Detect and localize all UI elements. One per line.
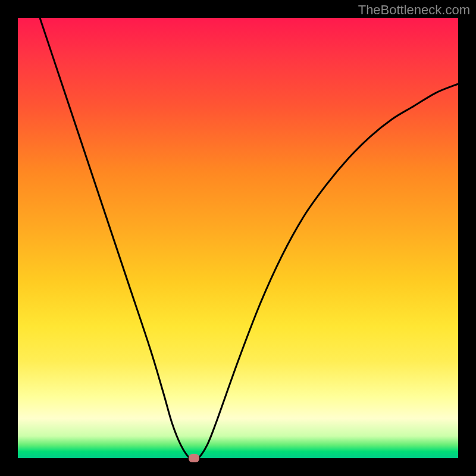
gradient-plot-area <box>18 18 458 458</box>
optimal-marker <box>189 454 199 462</box>
chart-container: TheBottleneck.com <box>0 0 476 476</box>
watermark-text: TheBottleneck.com <box>358 2 470 18</box>
